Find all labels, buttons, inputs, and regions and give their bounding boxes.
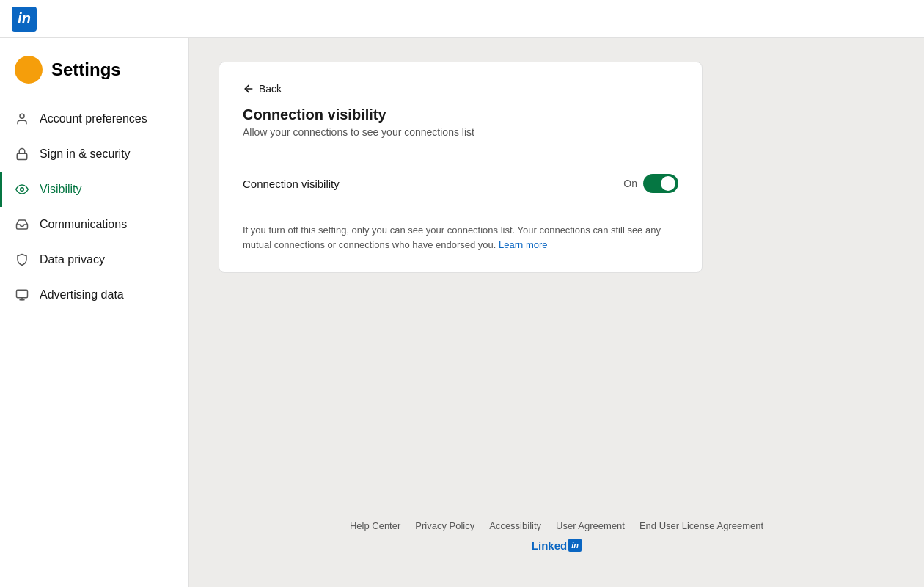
footer-links: Help Center Privacy Policy Accessibility… <box>219 520 895 531</box>
toggle-label: Connection visibility <box>243 178 340 190</box>
top-navigation: in <box>0 0 924 38</box>
toggle-state-text: On <box>623 178 637 189</box>
back-button[interactable]: Back <box>243 83 678 95</box>
sidebar-title: Settings <box>0 56 188 101</box>
eye-icon <box>15 182 29 197</box>
sidebar-item-advertising-data[interactable]: Advertising data <box>0 277 188 313</box>
sidebar-item-label: Data privacy <box>40 253 105 266</box>
footer: Help Center Privacy Policy Accessibility… <box>219 497 895 564</box>
footer-privacy-policy[interactable]: Privacy Policy <box>415 520 474 531</box>
content-area: Back Connection visibility Allow your co… <box>189 38 924 587</box>
toggle-right: On <box>623 174 678 193</box>
svg-point-2 <box>21 188 24 192</box>
sidebar-item-label: Visibility <box>40 183 82 196</box>
svg-rect-3 <box>17 290 28 298</box>
footer-help-center[interactable]: Help Center <box>350 520 400 531</box>
description-text: If you turn off this setting, only you c… <box>243 223 678 252</box>
sidebar-item-label: Sign in & security <box>40 147 131 161</box>
main-layout: Settings Account preferences <box>0 38 924 587</box>
sidebar-item-data-privacy[interactable]: Data privacy <box>0 242 188 277</box>
shield-icon <box>15 252 29 267</box>
footer-logo-box: in <box>568 539 582 552</box>
avatar <box>15 56 43 84</box>
sidebar-nav: Account preferences Sign in & security <box>0 101 188 313</box>
card-subtitle: Allow your connections to see your conne… <box>243 126 678 138</box>
divider <box>243 156 678 156</box>
toggle-row: Connection visibility On <box>243 168 678 199</box>
back-arrow-icon <box>243 83 254 95</box>
linkedin-logo: in <box>12 7 37 32</box>
sidebar-item-communications[interactable]: Communications <box>0 207 188 242</box>
svg-rect-1 <box>17 153 27 159</box>
footer-eula[interactable]: End User License Agreement <box>639 520 763 531</box>
sidebar-item-label: Advertising data <box>40 288 124 302</box>
card-title: Connection visibility <box>243 106 678 123</box>
sidebar-item-label: Communications <box>40 218 127 231</box>
lock-icon <box>15 147 29 161</box>
footer-user-agreement[interactable]: User Agreement <box>556 520 625 531</box>
sidebar-item-label: Account preferences <box>40 112 147 125</box>
sidebar-item-visibility[interactable]: Visibility <box>0 172 188 207</box>
person-icon <box>15 112 29 126</box>
connection-visibility-card: Back Connection visibility Allow your co… <box>219 62 703 273</box>
inbox-icon <box>15 217 29 232</box>
svg-point-0 <box>20 114 24 118</box>
ad-icon <box>15 288 29 302</box>
divider-2 <box>243 211 678 211</box>
footer-accessibility[interactable]: Accessibility <box>489 520 541 531</box>
sidebar-item-account-preferences[interactable]: Account preferences <box>0 101 188 136</box>
connection-visibility-toggle[interactable] <box>643 174 678 193</box>
sidebar-item-sign-in-security[interactable]: Sign in & security <box>0 136 188 172</box>
footer-logo: Linked in <box>219 539 895 552</box>
learn-more-link[interactable]: Learn more <box>499 239 547 250</box>
sidebar: Settings Account preferences <box>0 38 189 587</box>
